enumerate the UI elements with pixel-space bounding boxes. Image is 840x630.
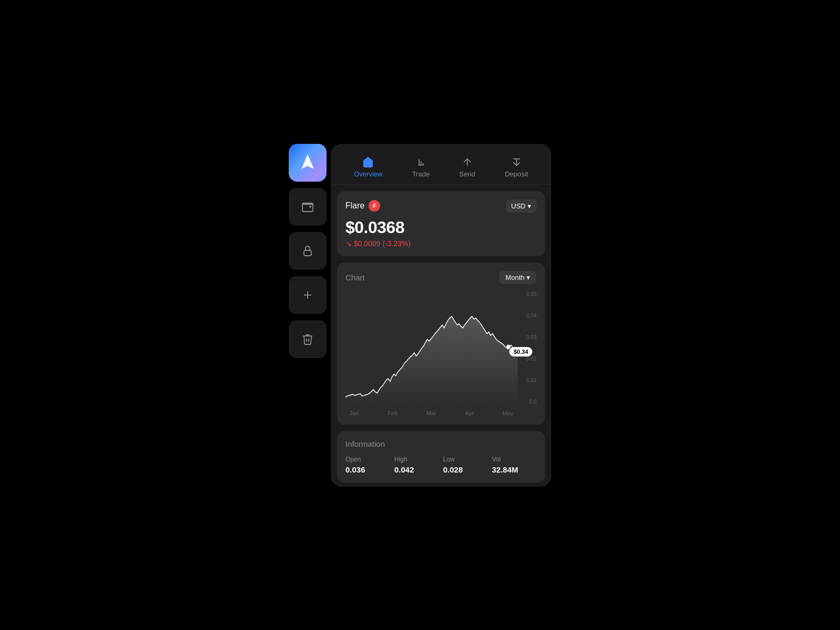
info-high-label: High bbox=[394, 456, 439, 463]
x-label-mar: Mar bbox=[426, 410, 436, 416]
svg-marker-1 bbox=[308, 154, 314, 169]
trade-icon bbox=[415, 156, 427, 168]
price-change-text: ↘ $0.0009 (-3.23%) bbox=[345, 239, 411, 248]
info-grid: Open 0.036 High 0.042 Low 0.028 Vol 32.8… bbox=[345, 456, 537, 474]
info-high-value: 0.042 bbox=[394, 465, 439, 474]
y-label-004: 0.04 bbox=[527, 313, 537, 319]
home-icon bbox=[362, 156, 374, 168]
chart-tooltip: $0.34 bbox=[509, 347, 532, 356]
svg-rect-2 bbox=[302, 204, 313, 212]
info-low: Low 0.028 bbox=[443, 456, 488, 474]
token-name: Flare F bbox=[345, 200, 380, 212]
info-section: Information Open 0.036 High 0.042 Low 0.… bbox=[337, 431, 545, 482]
chart-section: Chart Month ▾ bbox=[337, 262, 545, 425]
info-low-label: Low bbox=[443, 456, 488, 463]
send-icon bbox=[461, 156, 473, 168]
x-label-jan: Jan bbox=[350, 410, 359, 416]
app-logo bbox=[289, 144, 327, 182]
svg-point-13 bbox=[507, 344, 510, 349]
period-chevron: ▾ bbox=[527, 274, 530, 281]
add-icon bbox=[301, 289, 314, 301]
main-panel: Overview Trade Send bbox=[331, 144, 551, 487]
y-label-003: 0.03 bbox=[527, 334, 537, 340]
sidebar bbox=[289, 144, 327, 358]
chart-title: Chart bbox=[345, 273, 365, 282]
wallet-button[interactable] bbox=[289, 188, 327, 226]
period-selector[interactable]: Month ▾ bbox=[499, 271, 537, 284]
nav-item-overview[interactable]: Overview bbox=[348, 154, 388, 180]
info-vol-label: Vol bbox=[492, 456, 537, 463]
trash-icon bbox=[301, 333, 314, 345]
chart-svg bbox=[345, 290, 518, 406]
nav-label-trade: Trade bbox=[412, 170, 429, 178]
chart-wrapper: Jan Feb Mar Apr May 0.05 0.04 0.03 0.02 bbox=[345, 290, 537, 416]
lock-icon bbox=[301, 245, 314, 257]
price-section: Flare F USD ▾ $0.0368 ↘ $0.0009 (-3.23%) bbox=[337, 191, 545, 256]
price-header: Flare F USD ▾ bbox=[345, 200, 537, 213]
y-label-001: 0.01 bbox=[527, 377, 537, 383]
x-label-apr: Apr bbox=[465, 410, 474, 416]
y-label-002: 0.02 bbox=[527, 356, 537, 362]
nav-item-deposit[interactable]: Deposit bbox=[499, 154, 534, 180]
info-open-label: Open bbox=[345, 456, 390, 463]
price-value: $0.0368 bbox=[345, 218, 537, 237]
currency-selector[interactable]: USD ▾ bbox=[506, 200, 537, 213]
currency-label: USD bbox=[511, 202, 526, 210]
info-low-value: 0.028 bbox=[443, 465, 488, 474]
nav-label-send: Send bbox=[459, 170, 475, 178]
info-open: Open 0.036 bbox=[345, 456, 390, 474]
y-label-000: 0.0 bbox=[527, 399, 537, 405]
info-vol: Vol 32.84M bbox=[492, 456, 537, 474]
app-container: Overview Trade Send bbox=[289, 144, 551, 487]
period-label: Month bbox=[506, 274, 524, 281]
info-vol-value: 32.84M bbox=[492, 465, 537, 474]
price-change: ↘ $0.0009 (-3.23%) bbox=[345, 239, 537, 248]
x-label-may: May bbox=[502, 410, 513, 416]
top-nav: Overview Trade Send bbox=[331, 144, 551, 185]
trash-button[interactable] bbox=[289, 320, 327, 358]
currency-chevron: ▾ bbox=[528, 202, 531, 210]
chart-header: Chart Month ▾ bbox=[345, 271, 537, 284]
y-label-005: 0.05 bbox=[527, 291, 537, 297]
x-label-feb: Feb bbox=[387, 410, 397, 416]
token-symbol: F bbox=[373, 203, 376, 209]
add-button[interactable] bbox=[289, 276, 327, 314]
deposit-icon bbox=[511, 156, 522, 168]
chart-area: Jan Feb Mar Apr May 0.05 0.04 0.03 0.02 bbox=[345, 290, 537, 416]
token-icon: F bbox=[369, 200, 380, 212]
info-open-value: 0.036 bbox=[345, 465, 390, 474]
chart-svg-area: Jan Feb Mar Apr May bbox=[345, 290, 518, 416]
svg-rect-3 bbox=[304, 250, 311, 256]
x-axis: Jan Feb Mar Apr May bbox=[345, 408, 518, 416]
nav-item-trade[interactable]: Trade bbox=[406, 154, 436, 180]
nav-label-deposit: Deposit bbox=[505, 170, 528, 178]
info-high: High 0.042 bbox=[394, 456, 439, 474]
info-title: Information bbox=[345, 439, 537, 448]
lock-button[interactable] bbox=[289, 232, 327, 270]
token-name-text: Flare bbox=[345, 201, 364, 211]
nav-item-send[interactable]: Send bbox=[453, 154, 481, 180]
wallet-icon bbox=[301, 201, 314, 213]
nav-label-overview: Overview bbox=[354, 170, 382, 178]
